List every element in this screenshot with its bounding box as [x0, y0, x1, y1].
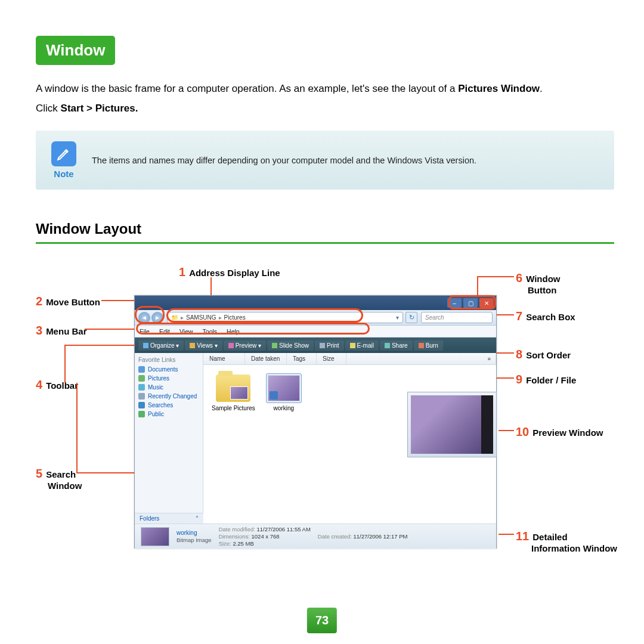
minimize-button[interactable]: –	[447, 298, 462, 308]
section-badge: Window	[36, 36, 115, 65]
section-title: Window Layout	[36, 221, 614, 244]
leader-line	[85, 329, 138, 330]
favorites-sidebar: Favorite Links Documents Pictures Music …	[135, 353, 203, 524]
tb-email[interactable]: E-mail	[345, 340, 379, 351]
menu-help[interactable]: Help	[222, 328, 244, 335]
tb-preview[interactable]: Preview ▾	[224, 340, 266, 351]
details-pane: working Bitmap Image Date modified: 11/2…	[135, 524, 496, 549]
file-working[interactable]: working	[266, 373, 302, 411]
tb-slideshow[interactable]: Slide Show	[267, 340, 314, 351]
file-sample-pictures[interactable]: Sample Pictures	[212, 373, 255, 411]
intro-text-end: .	[540, 83, 543, 94]
pencil-icon	[51, 141, 76, 166]
intro-path: Start > Pictures.	[61, 103, 138, 114]
details-type: Bitmap Image	[177, 537, 212, 543]
callout-10: 10Preview Window	[516, 425, 603, 439]
intro-text: A window is the basic frame for a comput…	[36, 83, 458, 94]
callout-5: 5SearchWindow	[36, 467, 82, 491]
col-name[interactable]: Name	[203, 353, 245, 364]
col-more[interactable]: »	[482, 353, 496, 364]
note-icon-col: Note	[51, 141, 76, 179]
link-public[interactable]: Public	[138, 410, 199, 419]
menu-edit[interactable]: Edit	[154, 328, 175, 335]
menu-view[interactable]: View	[175, 328, 198, 335]
column-headers[interactable]: Name Date taken Tags Size »	[203, 353, 496, 365]
callout-8: 8Sort Order	[516, 348, 571, 361]
intro-click: Click	[36, 103, 61, 114]
col-date[interactable]: Date taken	[245, 353, 287, 364]
tb-print[interactable]: Print	[315, 340, 344, 351]
file-label: Sample Pictures	[212, 405, 255, 411]
close-button[interactable]: ✕	[479, 298, 494, 308]
menu-file[interactable]: File	[135, 328, 154, 335]
link-documents[interactable]: Documents	[138, 365, 199, 374]
col-tags[interactable]: Tags	[287, 353, 317, 364]
callout-1: 1Address Display Line	[179, 265, 280, 279]
command-toolbar: Organize ▾ Views ▾ Preview ▾ Slide Show …	[135, 338, 496, 353]
forward-button[interactable]: ►	[151, 312, 163, 324]
col-size[interactable]: Size	[317, 353, 346, 364]
search-input[interactable]: Search	[421, 312, 493, 323]
diagram-area: 1Address Display Line 2Move Button 3Menu…	[36, 259, 614, 581]
note-label: Note	[51, 169, 76, 179]
file-label: working	[274, 405, 294, 411]
leader-line	[76, 383, 78, 472]
leader-line	[499, 430, 514, 431]
refresh-button[interactable]: ↻	[405, 312, 417, 323]
details-thumbnail	[141, 527, 169, 546]
folders-toggle[interactable]: Folders˄	[135, 513, 203, 524]
menu-tools[interactable]: Tools	[198, 328, 222, 335]
details-name: working	[177, 530, 212, 536]
callout-11: 11DetailedInformation Window	[516, 530, 617, 553]
callout-9: 9Folder / File	[516, 373, 576, 386]
maximize-button[interactable]: ▢	[463, 298, 478, 308]
leader-line	[499, 534, 514, 535]
link-searches[interactable]: Searches	[138, 401, 199, 410]
callout-6: 6WindowButton	[516, 271, 560, 295]
chevron-up-icon: ˄	[196, 515, 199, 522]
image-icon	[268, 375, 300, 401]
preview-window	[407, 392, 497, 457]
leader-line	[64, 345, 138, 346]
menu-bar: File Edit View Tools Help	[135, 326, 496, 338]
intro-line-1: A window is the basic frame for a comput…	[36, 80, 614, 97]
intro-bold: Pictures Window	[458, 83, 540, 94]
page-number: 73	[307, 608, 337, 633]
link-music[interactable]: Music	[138, 383, 199, 392]
callout-4: 4Toolbar	[36, 378, 78, 392]
note-text: The items and names may differ depending…	[92, 156, 476, 165]
back-button[interactable]: ◄	[138, 312, 150, 324]
nav-row: ◄ ► 📁 ▸ SAMSUNG ▸ Pictures ▾ ↻ Search	[135, 310, 496, 326]
note-box: Note The items and names may differ depe…	[36, 131, 614, 190]
folder-icon	[216, 374, 250, 402]
intro-line-2: Click Start > Pictures.	[36, 100, 614, 116]
callout-7: 7Search Box	[516, 309, 575, 323]
address-bar[interactable]: 📁 ▸ SAMSUNG ▸ Pictures ▾	[167, 312, 403, 323]
leader-line	[76, 472, 136, 473]
sidebar-heading: Favorite Links	[138, 357, 199, 363]
tb-burn[interactable]: Burn	[414, 340, 443, 351]
callout-3: 3Menu Bar	[36, 324, 86, 338]
tb-share[interactable]: Share	[380, 340, 413, 351]
link-recent[interactable]: Recently Changed	[138, 392, 199, 401]
tb-organize[interactable]: Organize ▾	[138, 340, 184, 351]
leader-line	[64, 345, 66, 383]
link-pictures[interactable]: Pictures	[138, 374, 199, 383]
tb-views[interactable]: Views ▾	[185, 340, 222, 351]
titlebar: – ▢ ✕	[135, 296, 496, 310]
callout-2: 2Move Button	[36, 295, 100, 308]
leader-line	[477, 276, 514, 277]
nav-buttons: ◄ ►	[135, 312, 167, 324]
